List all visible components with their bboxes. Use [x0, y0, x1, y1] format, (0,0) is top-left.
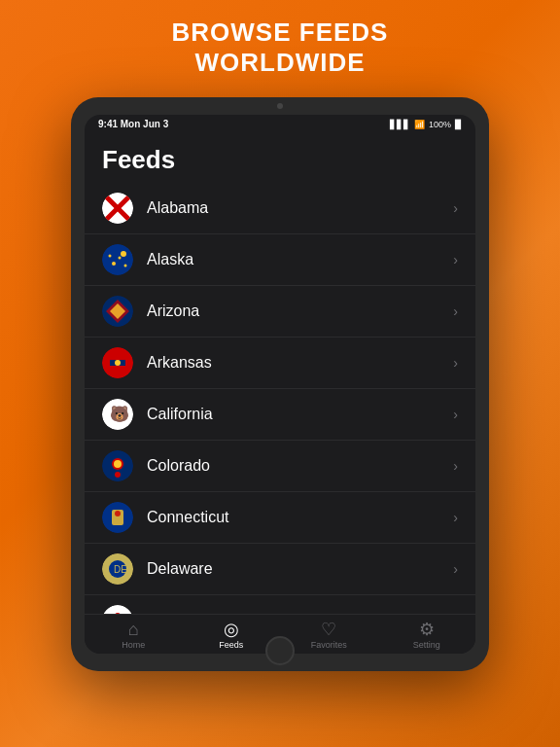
- feed-name-label: Alabama: [147, 199, 453, 217]
- chevron-right-icon: ›: [453, 355, 458, 371]
- list-item[interactable]: District of Columbia›: [85, 595, 475, 614]
- feed-name-label: Delaware: [147, 560, 453, 578]
- tab-label-setting: Setting: [413, 640, 440, 650]
- svg-point-4: [112, 262, 116, 266]
- battery-text: 100%: [429, 120, 451, 129]
- list-item[interactable]: Connecticut›: [85, 492, 475, 544]
- feed-name-label: Colorado: [147, 457, 453, 475]
- tablet-frame: 9:41 Mon Jun 3 ▋▋▋ 📶 100% ▉ Feeds Alabam…: [71, 97, 489, 671]
- home-button[interactable]: [265, 636, 295, 665]
- svg-point-25: [102, 605, 133, 614]
- tab-icon-favorites: ♡: [321, 621, 336, 638]
- chevron-right-icon: ›: [453, 458, 458, 474]
- svg-point-3: [102, 244, 133, 275]
- list-item[interactable]: 🐻California›: [85, 389, 475, 441]
- chevron-right-icon: ›: [453, 407, 458, 422]
- state-flag-icon: [102, 296, 133, 327]
- status-bar: 9:41 Mon Jun 3 ▋▋▋ 📶 100% ▉: [85, 115, 475, 133]
- state-flag-icon: [102, 450, 133, 481]
- feed-name-label: California: [147, 406, 453, 423]
- header: BROWSE FEEDS WORLDWIDE: [0, 18, 560, 78]
- svg-point-6: [119, 257, 122, 260]
- header-line2: WORLDWIDE: [0, 48, 560, 78]
- feed-name-label: Alaska: [147, 251, 453, 268]
- feed-name-label: Arkansas: [147, 354, 453, 372]
- state-flag-icon: [102, 605, 133, 614]
- tab-home[interactable]: ⌂Home: [85, 621, 183, 650]
- list-item[interactable]: Alabama›: [85, 183, 475, 234]
- tab-icon-home: ⌂: [128, 621, 139, 638]
- chevron-right-icon: ›: [453, 303, 458, 319]
- content-area: Feeds Alabama›Alaska›Arizona›Arkansas›🐻C…: [85, 133, 475, 614]
- tab-icon-feeds: ◎: [224, 621, 239, 638]
- svg-text:DE: DE: [114, 564, 127, 575]
- camera-dot: [277, 103, 283, 109]
- header-line1: BROWSE FEEDS: [0, 18, 560, 48]
- state-flag-icon: [102, 193, 133, 224]
- feeds-list[interactable]: Alabama›Alaska›Arizona›Arkansas›🐻Califor…: [85, 183, 475, 614]
- state-flag-icon: DE: [102, 553, 133, 585]
- svg-point-18: [114, 460, 122, 468]
- list-item[interactable]: Arizona›: [85, 286, 475, 338]
- chevron-right-icon: ›: [453, 510, 458, 525]
- tab-label-feeds: Feeds: [219, 640, 243, 650]
- tab-setting[interactable]: ⚙Setting: [378, 621, 476, 650]
- svg-point-7: [109, 255, 112, 258]
- state-flag-icon: [102, 244, 133, 275]
- chevron-right-icon: ›: [453, 200, 458, 216]
- svg-point-12: [115, 360, 121, 366]
- tablet-screen: 9:41 Mon Jun 3 ▋▋▋ 📶 100% ▉ Feeds Alabam…: [85, 115, 475, 654]
- wifi-icon: 📶: [414, 120, 425, 129]
- tab-label-home: Home: [122, 640, 145, 650]
- svg-text:🐻: 🐻: [110, 405, 129, 423]
- svg-point-8: [124, 265, 127, 267]
- tab-icon-setting: ⚙: [419, 621, 435, 638]
- page-title: Feeds: [85, 133, 475, 183]
- svg-point-5: [121, 251, 126, 257]
- tab-label-favorites: Favorites: [311, 640, 347, 650]
- tab-favorites[interactable]: ♡Favorites: [280, 621, 378, 650]
- list-item[interactable]: Alaska›: [85, 234, 475, 286]
- feed-name-label: Arizona: [147, 302, 453, 320]
- chevron-right-icon: ›: [453, 252, 458, 267]
- state-flag-icon: [102, 502, 133, 533]
- status-time: 9:41 Mon Jun 3: [98, 119, 168, 129]
- battery-icon: ▉: [455, 120, 462, 129]
- list-item[interactable]: Arkansas›: [85, 338, 475, 389]
- list-item[interactable]: Colorado›: [85, 441, 475, 492]
- svg-point-21: [115, 511, 121, 516]
- feed-name-label: Connecticut: [147, 509, 453, 526]
- status-icons: ▋▋▋ 📶 100% ▉: [390, 120, 462, 129]
- chevron-right-icon: ›: [453, 561, 458, 577]
- list-item[interactable]: DEDelaware›: [85, 544, 475, 595]
- signal-icon: ▋▋▋: [390, 120, 410, 129]
- state-flag-icon: [102, 347, 133, 378]
- state-flag-icon: 🐻: [102, 399, 133, 430]
